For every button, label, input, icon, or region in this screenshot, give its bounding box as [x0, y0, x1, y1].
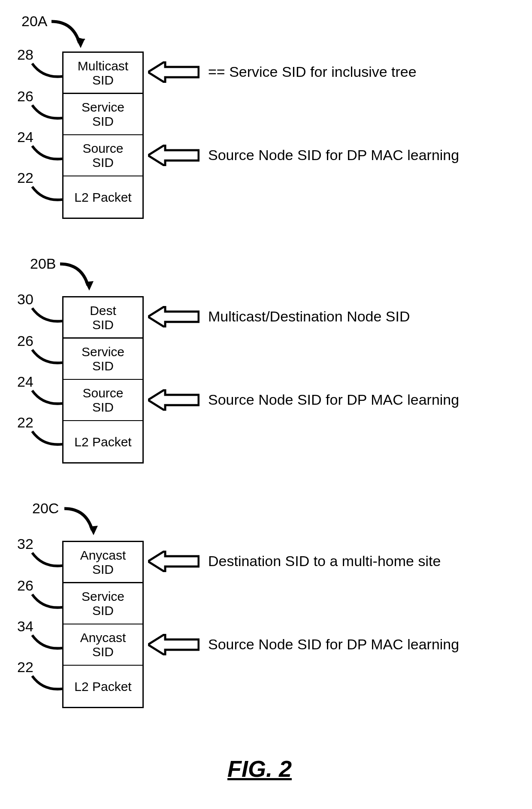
- lead-line: [30, 423, 64, 450]
- annotation-dp-mac: Source Node SID for DP MAC learning: [208, 391, 459, 408]
- lead-line: [30, 178, 64, 206]
- arrow-icon: [148, 145, 200, 166]
- lead-line: [30, 586, 64, 613]
- cell-service-sid: ServiceSID: [63, 94, 142, 135]
- annotation-inclusive-tree: == Service SID for inclusive tree: [208, 64, 417, 80]
- cell-anycast-sid-mid: AnycastSID: [63, 624, 142, 666]
- lead-line: [30, 137, 64, 165]
- annotation-multi-home: Destination SID to a multi-home site: [208, 553, 441, 570]
- cell-service-sid: ServiceSID: [63, 583, 142, 624]
- pointer-arrow: [56, 260, 99, 296]
- svg-marker-0: [76, 39, 85, 48]
- annotation-dest-node: Multicast/Destination Node SID: [208, 308, 410, 325]
- lead-line: [30, 544, 64, 572]
- arrow-icon: [148, 389, 200, 411]
- packet-stack-c: AnycastSID ServiceSID AnycastSID L2 Pack…: [62, 541, 144, 708]
- lead-line: [30, 667, 64, 695]
- cell-l2-packet: L2 Packet: [63, 666, 142, 707]
- cell-multicast-sid: MulticastSID: [63, 53, 142, 94]
- svg-marker-2: [89, 526, 98, 535]
- figure-canvas: 20A MulticastSID ServiceSID SourceSID L2…: [0, 0, 532, 809]
- cell-l2-packet: L2 Packet: [63, 176, 142, 218]
- svg-marker-1: [85, 281, 94, 291]
- cell-dest-sid: DestSID: [63, 297, 142, 339]
- stack-label-c: 20C: [32, 500, 59, 517]
- lead-line: [30, 341, 64, 369]
- cell-l2-packet: L2 Packet: [63, 421, 142, 462]
- cell-anycast-sid-top: AnycastSID: [63, 542, 142, 583]
- cell-source-sid: SourceSID: [63, 380, 142, 421]
- annotation-dp-mac: Source Node SID for DP MAC learning: [208, 636, 459, 653]
- lead-line: [30, 627, 64, 654]
- packet-stack-b: DestSID ServiceSID SourceSID L2 Packet: [62, 296, 144, 464]
- cell-source-sid: SourceSID: [63, 135, 142, 176]
- annotation-dp-mac: Source Node SID for DP MAC learning: [208, 147, 459, 164]
- figure-caption: FIG. 2: [227, 755, 292, 782]
- lead-line: [30, 97, 64, 124]
- lead-line: [30, 382, 64, 409]
- stack-label-b: 20B: [30, 255, 56, 272]
- pointer-arrow: [47, 17, 90, 53]
- lead-line: [30, 55, 64, 82]
- pointer-arrow: [60, 504, 103, 540]
- stack-label-a: 20A: [21, 13, 48, 30]
- packet-stack-a: MulticastSID ServiceSID SourceSID L2 Pac…: [62, 52, 144, 219]
- arrow-icon: [148, 634, 200, 655]
- cell-service-sid: ServiceSID: [63, 339, 142, 380]
- arrow-icon: [148, 61, 200, 83]
- lead-line: [30, 300, 64, 327]
- arrow-icon: [148, 306, 200, 327]
- arrow-icon: [148, 551, 200, 572]
